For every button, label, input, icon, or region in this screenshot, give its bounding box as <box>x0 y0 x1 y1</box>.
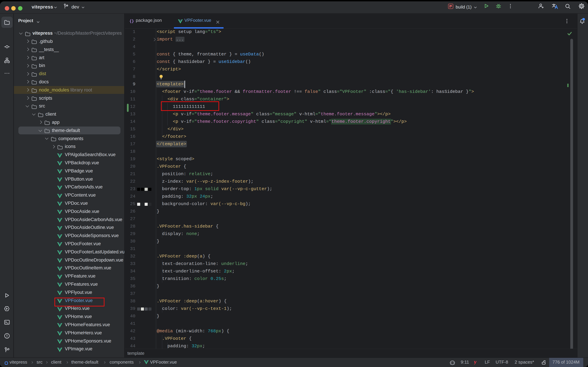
svg-text:y: y <box>474 360 477 365</box>
